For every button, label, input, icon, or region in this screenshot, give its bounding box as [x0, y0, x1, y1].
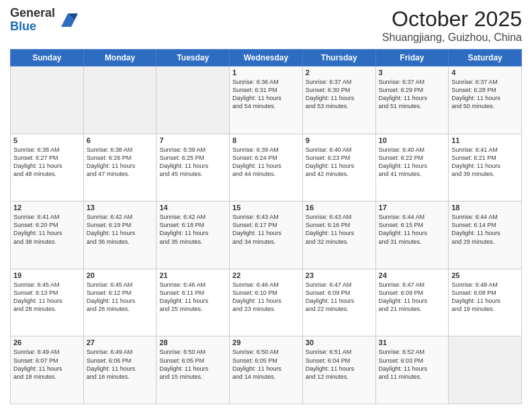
calendar-day-cell: 27Sunrise: 6:49 AM Sunset: 6:06 PM Dayli… [83, 336, 157, 404]
logo-general: General [10, 7, 55, 20]
day-number: 3 [379, 68, 446, 77]
day-info: Sunrise: 6:47 AM Sunset: 6:09 PM Dayligh… [379, 281, 446, 314]
day-number: 27 [87, 338, 154, 347]
day-info: Sunrise: 6:49 AM Sunset: 6:06 PM Dayligh… [87, 348, 154, 381]
calendar-week-row: 26Sunrise: 6:49 AM Sunset: 6:07 PM Dayli… [11, 336, 522, 404]
day-info: Sunrise: 6:37 AM Sunset: 6:30 PM Dayligh… [306, 78, 373, 111]
calendar-day-cell: 31Sunrise: 6:52 AM Sunset: 6:03 PM Dayli… [375, 336, 449, 404]
calendar-day-cell [157, 66, 230, 134]
day-info: Sunrise: 6:47 AM Sunset: 6:09 PM Dayligh… [306, 281, 373, 314]
day-info: Sunrise: 6:40 AM Sunset: 6:23 PM Dayligh… [306, 146, 373, 179]
day-info: Sunrise: 6:40 AM Sunset: 6:22 PM Dayligh… [379, 146, 446, 179]
day-number: 19 [13, 271, 81, 279]
day-number: 8 [232, 136, 300, 144]
day-info: Sunrise: 6:45 AM Sunset: 6:12 PM Dayligh… [87, 281, 154, 314]
day-number: 16 [306, 203, 373, 212]
day-info: Sunrise: 6:44 AM Sunset: 6:15 PM Dayligh… [379, 213, 446, 246]
day-info: Sunrise: 6:38 AM Sunset: 6:27 PM Dayligh… [13, 146, 81, 179]
calendar-day-cell: 16Sunrise: 6:43 AM Sunset: 6:16 PM Dayli… [302, 201, 375, 269]
day-number: 29 [232, 338, 300, 347]
calendar-table: SundayMondayTuesdayWednesdayThursdayFrid… [10, 49, 522, 404]
day-number: 7 [159, 136, 226, 144]
weekday-header-cell: Wednesday [230, 50, 303, 66]
day-info: Sunrise: 6:37 AM Sunset: 6:29 PM Dayligh… [379, 78, 446, 111]
day-number: 15 [232, 203, 300, 212]
day-number: 13 [87, 203, 154, 212]
day-info: Sunrise: 6:45 AM Sunset: 6:13 PM Dayligh… [13, 281, 81, 314]
logo-text: General Blue [10, 7, 55, 34]
calendar-day-cell: 1Sunrise: 6:36 AM Sunset: 6:31 PM Daylig… [230, 66, 303, 134]
day-info: Sunrise: 6:50 AM Sunset: 6:05 PM Dayligh… [232, 348, 300, 381]
calendar-day-cell: 17Sunrise: 6:44 AM Sunset: 6:15 PM Dayli… [375, 201, 449, 269]
day-number: 24 [379, 271, 446, 279]
day-info: Sunrise: 6:52 AM Sunset: 6:03 PM Dayligh… [379, 348, 446, 381]
calendar-week-row: 5Sunrise: 6:38 AM Sunset: 6:27 PM Daylig… [11, 134, 522, 201]
day-number: 1 [232, 68, 300, 77]
logo: General Blue [10, 7, 78, 34]
calendar-day-cell [11, 66, 84, 134]
day-info: Sunrise: 6:50 AM Sunset: 6:05 PM Dayligh… [159, 348, 226, 381]
calendar-day-cell [83, 66, 157, 134]
day-number: 26 [13, 338, 81, 347]
day-number: 23 [306, 271, 373, 279]
day-number: 18 [451, 203, 519, 212]
calendar-day-cell: 14Sunrise: 6:42 AM Sunset: 6:18 PM Dayli… [157, 201, 230, 269]
calendar-day-cell: 3Sunrise: 6:37 AM Sunset: 6:29 PM Daylig… [375, 66, 449, 134]
day-number: 11 [451, 136, 519, 144]
calendar-day-cell: 21Sunrise: 6:46 AM Sunset: 6:11 PM Dayli… [157, 269, 230, 336]
calendar-day-cell: 28Sunrise: 6:50 AM Sunset: 6:05 PM Dayli… [157, 336, 230, 404]
calendar-day-cell: 7Sunrise: 6:39 AM Sunset: 6:25 PM Daylig… [157, 134, 230, 201]
day-info: Sunrise: 6:43 AM Sunset: 6:17 PM Dayligh… [232, 213, 300, 246]
calendar-day-cell: 20Sunrise: 6:45 AM Sunset: 6:12 PM Dayli… [83, 269, 157, 336]
logo-blue: Blue [10, 20, 55, 34]
calendar-day-cell: 11Sunrise: 6:41 AM Sunset: 6:21 PM Dayli… [449, 134, 522, 201]
calendar-day-cell: 26Sunrise: 6:49 AM Sunset: 6:07 PM Dayli… [11, 336, 84, 404]
calendar-day-cell: 22Sunrise: 6:46 AM Sunset: 6:10 PM Dayli… [230, 269, 303, 336]
day-number: 10 [379, 136, 446, 144]
day-info: Sunrise: 6:49 AM Sunset: 6:07 PM Dayligh… [13, 348, 81, 381]
day-info: Sunrise: 6:46 AM Sunset: 6:11 PM Dayligh… [159, 281, 226, 314]
calendar-day-cell: 4Sunrise: 6:37 AM Sunset: 6:28 PM Daylig… [449, 66, 522, 134]
day-number: 12 [13, 203, 81, 212]
month-title: October 2025 [382, 7, 522, 32]
weekday-header-cell: Friday [375, 50, 449, 66]
day-number: 28 [159, 338, 226, 347]
calendar-day-cell: 12Sunrise: 6:41 AM Sunset: 6:20 PM Dayli… [11, 201, 84, 269]
day-number: 30 [306, 338, 373, 347]
day-number: 6 [87, 136, 154, 144]
calendar-day-cell: 8Sunrise: 6:39 AM Sunset: 6:24 PM Daylig… [230, 134, 303, 201]
day-info: Sunrise: 6:46 AM Sunset: 6:10 PM Dayligh… [232, 281, 300, 314]
day-info: Sunrise: 6:41 AM Sunset: 6:21 PM Dayligh… [451, 146, 519, 179]
calendar-day-cell: 18Sunrise: 6:44 AM Sunset: 6:14 PM Dayli… [449, 201, 522, 269]
day-info: Sunrise: 6:43 AM Sunset: 6:16 PM Dayligh… [306, 213, 373, 246]
weekday-header-cell: Saturday [449, 50, 522, 66]
day-number: 22 [232, 271, 300, 279]
calendar-week-row: 1Sunrise: 6:36 AM Sunset: 6:31 PM Daylig… [11, 66, 522, 134]
calendar-body: 1Sunrise: 6:36 AM Sunset: 6:31 PM Daylig… [11, 66, 522, 404]
day-info: Sunrise: 6:38 AM Sunset: 6:26 PM Dayligh… [87, 146, 154, 179]
day-info: Sunrise: 6:51 AM Sunset: 6:04 PM Dayligh… [306, 348, 373, 381]
title-block: October 2025 Shuangjiang, Guizhou, China [382, 7, 522, 44]
weekday-header-cell: Sunday [11, 50, 84, 66]
calendar-day-cell: 9Sunrise: 6:40 AM Sunset: 6:23 PM Daylig… [302, 134, 375, 201]
day-info: Sunrise: 6:42 AM Sunset: 6:18 PM Dayligh… [159, 213, 226, 246]
day-info: Sunrise: 6:42 AM Sunset: 6:19 PM Dayligh… [87, 213, 154, 246]
calendar-day-cell: 2Sunrise: 6:37 AM Sunset: 6:30 PM Daylig… [302, 66, 375, 134]
page: General Blue October 2025 Shuangjiang, G… [0, 0, 532, 411]
day-info: Sunrise: 6:39 AM Sunset: 6:25 PM Dayligh… [159, 146, 226, 179]
calendar-day-cell: 30Sunrise: 6:51 AM Sunset: 6:04 PM Dayli… [302, 336, 375, 404]
day-info: Sunrise: 6:37 AM Sunset: 6:28 PM Dayligh… [451, 78, 519, 111]
weekday-header-row: SundayMondayTuesdayWednesdayThursdayFrid… [11, 50, 522, 66]
calendar-day-cell: 6Sunrise: 6:38 AM Sunset: 6:26 PM Daylig… [83, 134, 157, 201]
calendar-day-cell: 13Sunrise: 6:42 AM Sunset: 6:19 PM Dayli… [83, 201, 157, 269]
calendar-week-row: 12Sunrise: 6:41 AM Sunset: 6:20 PM Dayli… [11, 201, 522, 269]
day-number: 17 [379, 203, 446, 212]
day-number: 14 [159, 203, 226, 212]
weekday-header-cell: Thursday [302, 50, 375, 66]
day-info: Sunrise: 6:41 AM Sunset: 6:20 PM Dayligh… [13, 213, 81, 246]
calendar-day-cell [449, 336, 522, 404]
calendar-day-cell: 24Sunrise: 6:47 AM Sunset: 6:09 PM Dayli… [375, 269, 449, 336]
day-info: Sunrise: 6:44 AM Sunset: 6:14 PM Dayligh… [451, 213, 519, 246]
calendar-day-cell: 10Sunrise: 6:40 AM Sunset: 6:22 PM Dayli… [375, 134, 449, 201]
location-title: Shuangjiang, Guizhou, China [382, 32, 522, 44]
